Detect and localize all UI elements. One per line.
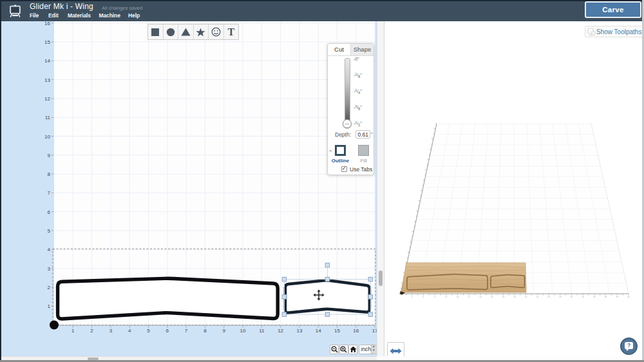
smiley-icon [211, 27, 221, 37]
svg-text:16: 16 [491, 296, 493, 298]
svg-text:11: 11 [45, 115, 51, 120]
depth-slider-track[interactable] [345, 58, 350, 126]
carve-button[interactable]: Carve [585, 1, 641, 18]
help-button[interactable]: ? [620, 338, 638, 355]
unit-select-stepper-icon[interactable] [371, 345, 377, 354]
svg-text:16: 16 [44, 21, 50, 26]
svg-text:6: 6 [434, 296, 435, 298]
show-toolpaths-label: Show Toolpaths [596, 28, 641, 35]
svg-text:8: 8 [48, 171, 51, 177]
handle-top-right[interactable] [368, 277, 373, 281]
svg-text:12: 12 [44, 96, 50, 102]
handle-top-left[interactable] [282, 277, 287, 281]
svg-text:10: 10 [44, 134, 50, 140]
canvas-grid-svg: 1234567891011121314151617123456789101112… [0, 21, 377, 356]
svg-text:15: 15 [334, 328, 340, 334]
tab-cut[interactable]: Cut [328, 44, 350, 55]
preview-3d-panel[interactable]: 246810121416182022242628303234363840 Sho… [384, 21, 643, 360]
svg-text:6: 6 [48, 209, 51, 215]
depth-tick-label: -1/8" [354, 72, 362, 79]
triangle-tool-button[interactable] [178, 24, 194, 39]
unit-value: inch [361, 346, 372, 352]
svg-text:40: 40 [627, 296, 630, 298]
svg-text:14: 14 [479, 296, 482, 298]
tab-shape[interactable]: Shape [350, 44, 374, 55]
collapse-panel-icon[interactable]: « [329, 148, 332, 154]
easel-app-window: Glider Mk i - Wing All changes saved Fil… [0, 0, 644, 362]
origin-point[interactable] [50, 321, 59, 330]
svg-text:1: 1 [48, 303, 51, 309]
zoom-out-button[interactable] [330, 345, 339, 354]
depth-tick-label: -0" [354, 57, 359, 61]
svg-text:12: 12 [278, 328, 283, 334]
svg-text:17: 17 [372, 328, 377, 334]
svg-text:10: 10 [457, 296, 459, 298]
zoom-out-icon [331, 346, 338, 353]
svg-text:4: 4 [48, 247, 51, 252]
handle-bottom-center[interactable] [325, 312, 330, 317]
canvas-vertical-scrollbar[interactable] [377, 21, 384, 356]
design-canvas[interactable]: 1234567891011121314151617123456789101112… [0, 21, 377, 356]
depth-tick-label: -3/8" [354, 104, 362, 111]
star-tool-button[interactable] [194, 24, 209, 39]
smiley-tool-button[interactable] [209, 24, 224, 39]
svg-text:32: 32 [582, 296, 584, 298]
zoom-in-button[interactable] [339, 345, 348, 354]
document-title[interactable]: Glider Mk i - Wing [30, 2, 93, 11]
depth-slider-handle[interactable] [343, 119, 352, 128]
right-wing-shape[interactable] [285, 280, 370, 312]
text-tool-button[interactable]: T [224, 24, 239, 39]
svg-text:13: 13 [296, 328, 302, 334]
cut-type-fill-swatch[interactable] [358, 145, 369, 156]
use-tabs-checkbox[interactable] [341, 166, 347, 172]
menu-materials[interactable]: Materials [68, 12, 91, 19]
svg-text:22: 22 [525, 296, 527, 298]
rotation-handle[interactable] [325, 263, 330, 267]
star-icon [196, 28, 205, 37]
handle-bottom-right[interactable] [368, 312, 373, 317]
unit-select[interactable]: inch [359, 345, 377, 354]
zoom-in-icon [340, 346, 347, 353]
depth-input[interactable]: 0.61 [355, 130, 370, 138]
text-tool-icon: T [227, 27, 234, 37]
svg-text:8: 8 [446, 296, 447, 298]
cut-shape-tabs: Cut Shape [328, 44, 374, 56]
svg-text:2: 2 [90, 328, 93, 334]
svg-text:9: 9 [48, 153, 51, 158]
show-toolpaths-button[interactable]: Show Toolpaths [585, 26, 644, 37]
cut-type-outline-swatch[interactable] [335, 145, 346, 156]
svg-text:6: 6 [166, 328, 169, 334]
shape-toolbar: T [147, 24, 239, 40]
depth-unit: " [371, 131, 373, 137]
svg-text:4: 4 [128, 328, 131, 334]
svg-text:14: 14 [44, 58, 50, 64]
svg-text:2: 2 [48, 285, 51, 291]
outline-label: Outline [328, 158, 353, 164]
menu-machine[interactable]: Machine [99, 12, 120, 19]
square-tool-button[interactable] [148, 24, 164, 39]
svg-text:9: 9 [222, 328, 225, 334]
handle-mid-right[interactable] [368, 295, 373, 300]
menu-file[interactable]: File [30, 12, 39, 19]
circle-tool-button[interactable] [164, 24, 179, 39]
menu-edit[interactable]: Edit [48, 12, 59, 19]
vertical-scrollbar-thumb[interactable] [379, 271, 383, 286]
zoom-home-button[interactable] [348, 345, 357, 354]
easel-logo-icon[interactable] [7, 3, 23, 19]
handle-bottom-left[interactable] [282, 312, 287, 317]
circle-icon [166, 28, 175, 37]
menu-help[interactable]: Help [128, 12, 140, 19]
zoom-controls: inch [330, 345, 377, 354]
handle-mid-left[interactable] [282, 295, 287, 300]
toolpaths-icon [587, 28, 596, 39]
double-horizontal-arrow-icon [390, 347, 402, 355]
svg-text:30: 30 [571, 296, 573, 298]
svg-text:26: 26 [547, 296, 550, 298]
svg-text:1: 1 [71, 328, 75, 334]
fill-label: Fill [351, 158, 376, 164]
svg-text:3: 3 [109, 328, 113, 334]
svg-text:36: 36 [605, 296, 607, 298]
left-wing-shape[interactable] [58, 278, 278, 319]
handle-top-center[interactable] [325, 277, 330, 281]
titlebar: Glider Mk i - Wing All changes saved Fil… [0, 0, 644, 21]
